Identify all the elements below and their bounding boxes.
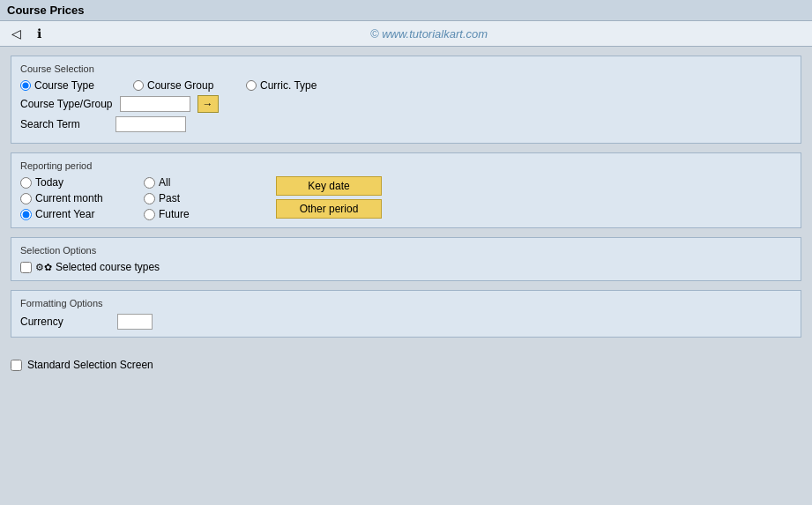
course-group-label: Course Group — [147, 79, 213, 92]
current-year-radio-group: Current Year — [20, 208, 144, 220]
standard-selection-checkbox[interactable] — [11, 360, 22, 371]
current-month-radio[interactable] — [20, 193, 32, 204]
main-content: Course Selection Course Type Course Grou… — [0, 47, 812, 355]
future-radio[interactable] — [144, 209, 155, 220]
past-radio-group: Past — [144, 192, 258, 204]
course-type-label: Course Type — [34, 79, 94, 92]
selection-options-section: Selection Options ⚙✿ Selected course typ… — [11, 237, 801, 281]
key-date-button[interactable]: Key date — [276, 176, 382, 196]
current-year-radio[interactable] — [20, 209, 32, 220]
search-term-input[interactable] — [115, 116, 186, 132]
course-type-group-row: Course Type/Group → — [20, 95, 792, 113]
course-group-radio[interactable] — [133, 80, 144, 91]
future-label: Future — [159, 208, 190, 220]
formatting-options-title: Formatting Options — [20, 298, 792, 308]
standard-selection-label: Standard Selection Screen — [27, 359, 153, 371]
course-selection-section: Course Selection Course Type Course Grou… — [11, 56, 801, 144]
current-month-radio-group: Current month — [20, 192, 144, 204]
curric-type-radio-group: Curric. Type — [246, 79, 352, 92]
all-label: All — [159, 176, 170, 189]
reporting-period-section: Reporting period Today Current month Cur… — [11, 152, 801, 228]
course-type-row: Course Type Course Group Curric. Type — [20, 79, 792, 92]
today-label: Today — [35, 176, 63, 189]
current-month-label: Current month — [35, 192, 103, 204]
all-radio-group: All — [144, 176, 258, 189]
formatting-options-section: Formatting Options Currency — [11, 290, 801, 338]
course-selection-title: Course Selection — [20, 63, 792, 74]
curric-type-label: Curric. Type — [260, 79, 317, 92]
currency-row: Currency — [20, 314, 792, 330]
today-radio[interactable] — [20, 177, 32, 189]
search-term-label: Search Term — [20, 118, 108, 130]
watermark: © www.tutorialkart.com — [53, 27, 805, 41]
future-radio-group: Future — [144, 208, 258, 220]
course-type-group-arrow-button[interactable]: → — [197, 95, 219, 113]
back-icon[interactable]: ◁ — [7, 25, 25, 42]
search-term-row: Search Term — [20, 116, 792, 132]
course-type-group-label: Course Type/Group — [20, 98, 113, 110]
current-year-label: Current Year — [35, 208, 94, 220]
currency-label: Currency — [20, 316, 108, 328]
course-type-radio[interactable] — [20, 80, 31, 91]
bottom-row: Standard Selection Screen — [0, 355, 812, 378]
currency-input[interactable] — [117, 314, 153, 330]
curric-type-radio[interactable] — [246, 80, 257, 91]
past-label: Past — [159, 192, 180, 204]
info-icon[interactable]: ℹ — [30, 25, 48, 42]
course-group-radio-group: Course Group — [133, 79, 239, 92]
selected-course-types-checkbox[interactable] — [20, 262, 32, 273]
reporting-period-title: Reporting period — [20, 160, 792, 171]
other-period-button[interactable]: Other period — [276, 199, 382, 219]
course-type-radio-group: Course Type — [20, 79, 126, 92]
course-type-group-input[interactable] — [120, 96, 190, 112]
selection-options-title: Selection Options — [20, 245, 792, 256]
toolbar: ◁ ℹ © www.tutorialkart.com — [0, 21, 812, 47]
all-radio[interactable] — [144, 177, 155, 189]
page-title: Course Prices — [0, 0, 812, 21]
course-types-icon: ⚙✿ — [35, 262, 52, 273]
selected-course-types-label: Selected course types — [56, 261, 160, 273]
past-radio[interactable] — [144, 193, 155, 204]
selected-course-types-row: ⚙✿ Selected course types — [20, 261, 792, 273]
today-radio-group: Today — [20, 176, 144, 189]
